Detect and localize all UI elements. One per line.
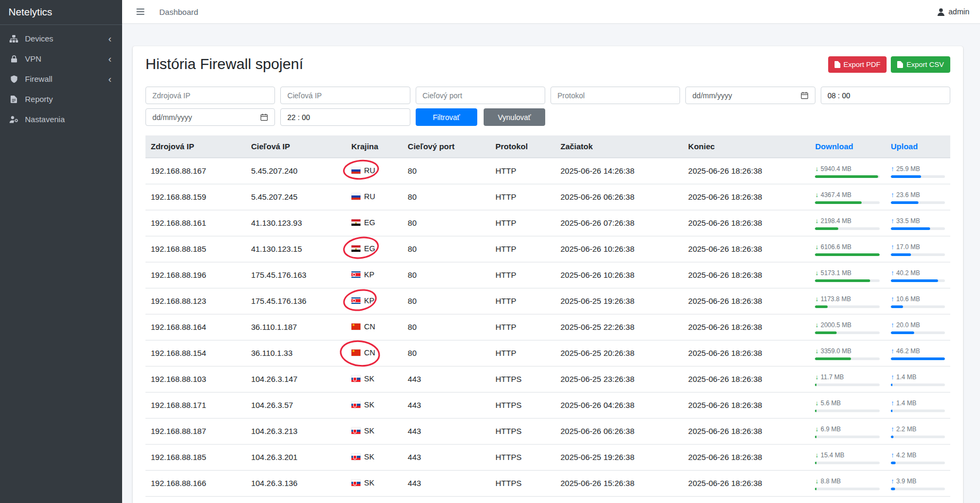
- dest-port-cell: 80: [402, 210, 490, 236]
- reset-button[interactable]: Vynulovať: [484, 108, 545, 126]
- dest-port-cell: 443: [402, 470, 490, 496]
- start-time-cell: 2025-06-26 06:26:38: [555, 184, 683, 210]
- sidebar-item-vpn[interactable]: VPN‹: [4, 49, 118, 68]
- country-cell: SK: [346, 366, 402, 392]
- table-row: 192.168.88.18541.130.123.15EG80HTTP2025-…: [145, 236, 950, 262]
- country-code: CN: [364, 322, 375, 331]
- upload-bar: [891, 410, 945, 412]
- source-ip-cell: 192.168.88.103: [145, 366, 246, 392]
- table-row: 192.168.88.16436.110.1.187CN80HTTP2025-0…: [145, 314, 950, 340]
- dest-ip-cell: 104.26.3.136: [246, 470, 346, 496]
- download-bar: [815, 383, 880, 386]
- time-from-input[interactable]: [821, 87, 950, 104]
- brand[interactable]: Netelytics: [0, 0, 122, 25]
- upload-bar: [891, 253, 945, 256]
- country-code: SK: [364, 427, 374, 435]
- start-time-cell: 2025-06-26 07:26:38: [555, 210, 683, 236]
- download-value: 11.7 MB: [821, 373, 844, 381]
- upload-value: 25.9 MB: [896, 165, 920, 173]
- export-pdf-button[interactable]: Export PDF: [828, 56, 887, 73]
- table-row: 192.168.88.171104.26.3.57SK443HTTPS2025-…: [145, 392, 950, 418]
- col-header-9-sort-link[interactable]: Upload: [886, 135, 950, 158]
- filter-button[interactable]: Filtrovať: [416, 108, 477, 126]
- flag-eg-icon: [351, 245, 360, 252]
- download-value: 15.4 MB: [821, 451, 845, 459]
- download-cell: ↓5940.4 MB: [810, 158, 886, 184]
- upload-arrow-icon: ↑: [891, 478, 894, 485]
- user-menu[interactable]: admin: [937, 7, 970, 16]
- upload-cell: ↑3.9 MB: [886, 470, 950, 496]
- sidebar-item-reporty[interactable]: Reporty: [4, 90, 118, 108]
- upload-value: 20.0 MB: [896, 321, 920, 329]
- nav-dashboard-link[interactable]: Dashboard: [159, 7, 198, 16]
- upload-cell: ↑20.0 MB: [886, 314, 950, 340]
- sidebar-item-firewall[interactable]: Firewall‹: [4, 70, 118, 88]
- country-cell: RU: [346, 184, 402, 210]
- flag-sk-icon: [351, 428, 360, 434]
- flag-sk-icon: [351, 376, 360, 382]
- upload-arrow-icon: ↑: [891, 399, 894, 407]
- upload-arrow-icon: ↑: [891, 243, 894, 251]
- sidebar-item-devices[interactable]: Devices‹: [4, 29, 118, 48]
- table-row: 192.168.88.185104.26.3.201SK443HTTPS2025…: [145, 444, 950, 470]
- dest-port-cell: 80: [402, 340, 490, 366]
- time-to-input[interactable]: [280, 108, 410, 126]
- sidebar-menu: Devices‹VPN‹Firewall‹ReportyNastavenia: [0, 25, 122, 129]
- col-header-2: Cieľová IP: [246, 135, 346, 158]
- protocol-cell: HTTP: [490, 184, 555, 210]
- flag-ru-icon: [351, 167, 360, 174]
- dest-port-input[interactable]: [416, 87, 545, 104]
- dest-port-cell: 80: [402, 314, 490, 340]
- download-cell: ↓5.6 MB: [810, 392, 886, 418]
- source-ip-cell: 192.168.88.187: [145, 418, 246, 444]
- protocol-input[interactable]: [551, 87, 680, 104]
- dest-ip-input[interactable]: [280, 87, 410, 104]
- download-arrow-icon: ↓: [815, 269, 818, 277]
- navbar-left: Dashboard: [135, 6, 198, 17]
- upload-bar: [891, 175, 945, 178]
- dest-port-cell: 80: [402, 158, 490, 184]
- upload-bar: [891, 279, 945, 282]
- start-time-cell: 2025-06-26 04:26:38: [555, 392, 683, 418]
- download-arrow-icon: ↓: [815, 243, 818, 251]
- source-ip-cell: 192.168.88.159: [145, 184, 246, 210]
- date-from-input[interactable]: dd/mm/yyyy: [685, 87, 815, 104]
- table-row: 192.168.88.187104.26.3.213SK443HTTPS2025…: [145, 418, 950, 444]
- flag-cn-icon: [351, 349, 360, 356]
- date-to-input[interactable]: dd/mm/yyyy: [145, 108, 275, 126]
- download-bar: [815, 253, 880, 256]
- file-icon: [8, 96, 19, 103]
- country-cell: EG: [346, 210, 402, 236]
- upload-arrow-icon: ↑: [891, 165, 894, 173]
- calendar-icon: [801, 91, 809, 99]
- filter-actions: Filtrovať Vynulovať: [416, 108, 545, 126]
- download-bar: [815, 201, 880, 204]
- dest-port-cell: 80: [402, 288, 490, 314]
- source-ip-input[interactable]: [145, 87, 275, 104]
- end-time-cell: 2025-06-26 18:26:38: [683, 236, 810, 262]
- sidebar-item-label: Reporty: [25, 95, 114, 104]
- file-csv-icon: [897, 61, 903, 68]
- chevron-left-icon: ‹: [108, 56, 114, 62]
- upload-value: 4.2 MB: [896, 451, 916, 459]
- end-time-cell: 2025-06-26 18:26:38: [683, 470, 810, 496]
- export-csv-button[interactable]: Export CSV: [891, 56, 950, 73]
- country-code: EG: [364, 218, 375, 227]
- file-pdf-icon: [835, 61, 840, 68]
- sidebar-item-nastavenia[interactable]: Nastavenia: [4, 110, 118, 129]
- export-buttons: Export PDF Export CSV: [828, 56, 950, 73]
- country-cell: RU: [346, 158, 402, 184]
- col-header-8-sort-link[interactable]: Download: [810, 135, 886, 158]
- country-cell: EG: [346, 236, 402, 262]
- country-code: EG: [364, 244, 375, 253]
- menu-toggle-icon[interactable]: [135, 6, 145, 17]
- download-arrow-icon: ↓: [815, 425, 818, 433]
- country-cell: SK: [346, 496, 402, 503]
- upload-value: 23.6 MB: [896, 191, 920, 199]
- country-code: RU: [364, 166, 375, 175]
- shield-icon: [8, 75, 19, 83]
- dest-port-cell: 443: [402, 392, 490, 418]
- page-title: História Firewall spojení: [145, 56, 828, 73]
- protocol-cell: HTTP: [490, 340, 555, 366]
- upload-arrow-icon: ↑: [891, 217, 894, 225]
